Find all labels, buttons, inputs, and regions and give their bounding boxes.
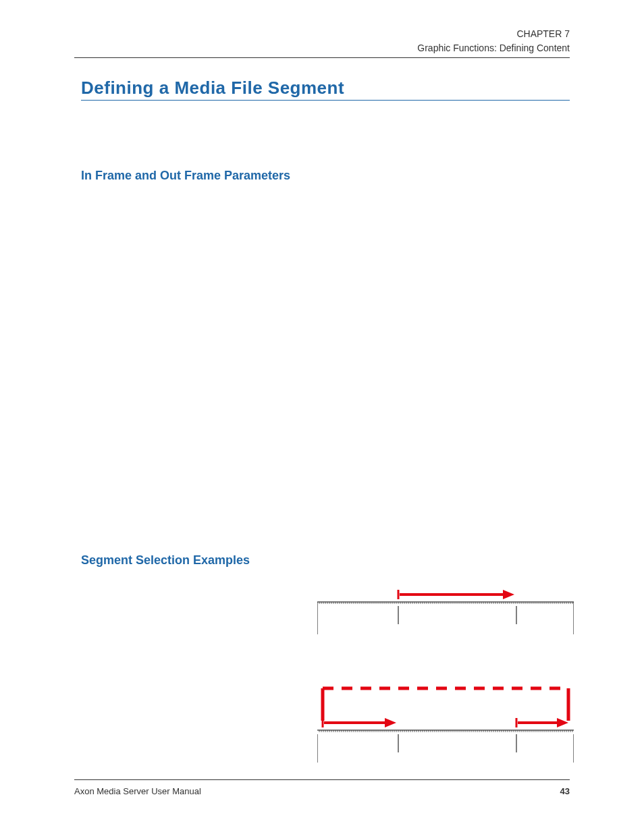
chapter-label: CHAPTER 7 — [417, 27, 570, 41]
subheading-segment-examples: Segment Selection Examples — [81, 553, 250, 568]
segment-diagram-2 — [317, 685, 574, 766]
svg-marker-134 — [503, 590, 514, 599]
footer-manual-title: Axon Media Server User Manual — [74, 786, 201, 796]
page-header: CHAPTER 7 Graphic Functions: Defining Co… — [417, 27, 570, 55]
subheading-in-out-frame: In Frame and Out Frame Parameters — [81, 169, 290, 183]
main-heading: Defining a Media File Segment — [81, 78, 344, 99]
section-label: Graphic Functions: Defining Content — [417, 41, 570, 55]
heading-underline — [81, 100, 570, 101]
segment-diagram-1 — [317, 587, 574, 638]
header-rule — [74, 57, 570, 58]
svg-marker-143 — [557, 718, 568, 727]
page-number: 43 — [560, 786, 570, 796]
footer-rule — [74, 779, 570, 780]
svg-marker-140 — [385, 718, 396, 727]
